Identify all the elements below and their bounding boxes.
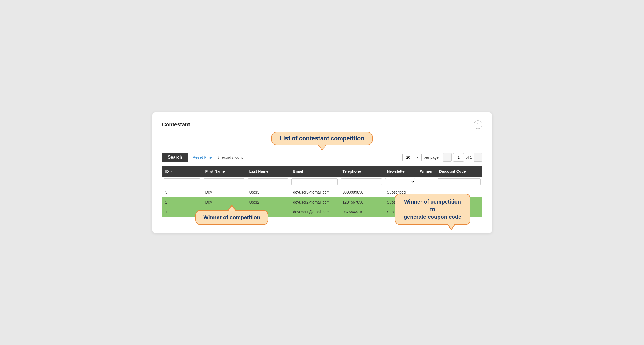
callout-coupon-bubble: Winner of competition togenerate coupon … bbox=[395, 194, 470, 225]
cell-id: 3 bbox=[162, 187, 202, 197]
filter-discount-code-input[interactable] bbox=[438, 178, 481, 185]
card-title: Contestant bbox=[162, 121, 190, 128]
cell-id: 2 bbox=[162, 197, 202, 207]
cell-first-name: Dev bbox=[202, 187, 246, 197]
filter-first-name-input[interactable] bbox=[204, 178, 244, 185]
per-page-select[interactable]: 20 ▼ bbox=[402, 154, 421, 161]
filter-telephone-input[interactable] bbox=[341, 178, 382, 185]
main-card: Contestant ⌃ List of contestant competit… bbox=[152, 112, 492, 233]
callout-winner-bubble: Winner of competition bbox=[195, 210, 268, 225]
callout-coupon-wrap: Winner of competition togenerate coupon … bbox=[395, 194, 470, 225]
cell-telephone: 9876543210 bbox=[339, 207, 384, 217]
col-telephone: Telephone bbox=[339, 166, 384, 177]
per-page-label: per page bbox=[424, 155, 439, 160]
card-header: Contestant ⌃ bbox=[162, 120, 482, 129]
per-page-wrap: 20 ▼ per page bbox=[402, 154, 439, 161]
callout-top-wrap: List of contestant competition bbox=[162, 132, 482, 145]
cell-email: devuser2@gmail.com bbox=[290, 197, 339, 207]
per-page-value: 20 bbox=[403, 154, 414, 161]
cell-last-name: User2 bbox=[246, 197, 290, 207]
filter-newsletter-select[interactable]: Subscribed Not Subscribed bbox=[385, 178, 415, 185]
filter-row: Subscribed Not Subscribed bbox=[162, 177, 482, 187]
col-winner: Winner bbox=[417, 166, 436, 177]
col-last-name: Last Name bbox=[246, 166, 290, 177]
reset-filter-link[interactable]: Reset Filter bbox=[192, 155, 213, 160]
table-header-row: ID ↑ First Name Last Name Email Telephon… bbox=[162, 166, 482, 177]
cell-last-name: User3 bbox=[246, 187, 290, 197]
col-id: ID ↑ bbox=[162, 166, 202, 177]
page-of-label: of 1 bbox=[466, 155, 472, 160]
cell-telephone: 1234567890 bbox=[339, 197, 384, 207]
search-button[interactable]: Search bbox=[162, 153, 188, 162]
col-newsletter: Newsletter bbox=[384, 166, 416, 177]
callout-top-bubble: List of contestant competition bbox=[271, 132, 372, 145]
col-email: Email bbox=[290, 166, 339, 177]
sort-arrow-icon: ↑ bbox=[171, 170, 173, 173]
prev-page-button[interactable]: ‹ bbox=[443, 153, 452, 162]
filter-email-input[interactable] bbox=[291, 178, 338, 185]
cell-telephone: 9898989898 bbox=[339, 187, 384, 197]
cell-first-name: Dev bbox=[202, 197, 246, 207]
callout-winner-wrap: Winner of competition bbox=[195, 210, 268, 225]
col-first-name: First Name bbox=[202, 166, 246, 177]
records-found-label: 3 records found bbox=[218, 155, 398, 160]
filter-id-input[interactable] bbox=[164, 178, 201, 185]
page-number-input[interactable] bbox=[453, 153, 464, 162]
collapse-button[interactable]: ⌃ bbox=[474, 120, 482, 129]
filter-last-name-input[interactable] bbox=[248, 178, 288, 185]
per-page-dropdown-icon[interactable]: ▼ bbox=[414, 154, 421, 161]
cell-email: devuser1@gmail.com bbox=[290, 207, 339, 217]
cell-email: devuser3@gmail.com bbox=[290, 187, 339, 197]
callout-coupon-text: Winner of competition togenerate coupon … bbox=[404, 199, 461, 220]
toolbar: Search Reset Filter 3 records found 20 ▼… bbox=[162, 153, 482, 162]
col-discount-code: Discount Code bbox=[436, 166, 482, 177]
next-page-button[interactable]: › bbox=[474, 153, 482, 162]
pagination: ‹ of 1 › bbox=[443, 153, 482, 162]
